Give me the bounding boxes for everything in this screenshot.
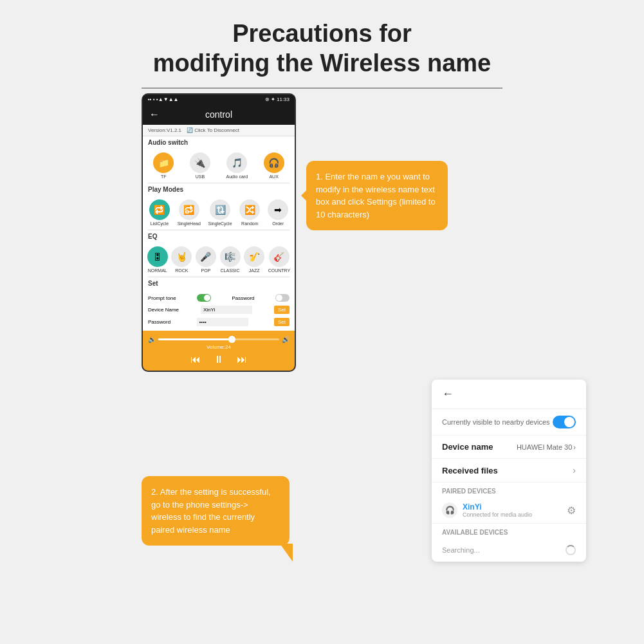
usb-icon-item[interactable]: 🔌 USB (190, 152, 210, 179)
set-label: Set (143, 277, 295, 290)
play-pause-button[interactable]: ⏸ (214, 354, 224, 365)
rock-eq-item[interactable]: 🤘 ROCK (171, 246, 192, 273)
country-eq-label: COUNTRY (268, 268, 290, 273)
password-input[interactable] (197, 318, 248, 326)
next-button[interactable]: ⏭ (237, 354, 247, 365)
phone-player: 🔉 🔊 Volume:24 ⏮ ⏸ ⏭ (143, 331, 295, 371)
paired-devices-title: PAIRED DEVICES (432, 483, 586, 497)
country-eq-icon: 🎸 (269, 246, 290, 267)
play-modes-row: 🔁 ListCycle 🔂 SingleHead 🔃 SingleCycle 🔀… (143, 196, 295, 230)
password-field-label: Password (148, 319, 170, 325)
prompt-tone-label: Prompt tone (148, 295, 176, 301)
received-files-row[interactable]: Received files › (432, 459, 586, 483)
player-controls: ⏮ ⏸ ⏭ (148, 354, 290, 365)
jazz-eq-label: JAZZ (249, 268, 260, 273)
title-section: Precautions for modifying the Wireless n… (0, 0, 644, 87)
audiocard-icon-item[interactable]: 🎵 Audio card (226, 152, 248, 179)
device-name-row: Device Name Set (148, 304, 290, 316)
title-divider (142, 87, 502, 89)
phone-version-bar: Version:V1.2.1 🔄 Click To Disconnect (143, 125, 295, 136)
jazz-eq-item[interactable]: 🎷 JAZZ (244, 246, 264, 273)
device-name-bold-row[interactable]: Device name HUAWEI Mate 30 › (432, 436, 586, 459)
aux-icon: 🎧 (264, 152, 284, 173)
jazz-eq-icon: 🎷 (244, 246, 264, 267)
aux-icon-item[interactable]: 🎧 AUX (264, 152, 284, 179)
eq-label: EQ (143, 230, 295, 243)
normal-eq-label: NORMAL (148, 268, 167, 273)
tf-label: TF (161, 174, 167, 179)
app-header-title: control (205, 109, 232, 120)
password-row: Password Set (148, 316, 290, 328)
rock-eq-icon: 🤘 (171, 246, 192, 267)
received-files-chevron: › (573, 465, 576, 475)
volume-bar[interactable] (158, 338, 279, 340)
singlehead-item[interactable]: 🔂 SingleHead (178, 199, 201, 226)
volume-fill (158, 338, 231, 340)
play-modes-label: Play Modes (143, 183, 295, 196)
order-item[interactable]: ➡ Order (268, 199, 288, 226)
settings-back-header[interactable]: ← (432, 380, 586, 409)
listcycle-item[interactable]: 🔁 ListCycle (149, 199, 170, 226)
classic-eq-icon: 🎼 (220, 246, 241, 267)
status-left: ▪▪ ▪ ▪▲▼▲▲ (148, 97, 178, 102)
device-name-label: Device Name (148, 307, 179, 313)
password-set-button[interactable]: Set (274, 318, 290, 326)
settings-mockup: ← Currently visible to nearby devices De… (432, 380, 586, 562)
order-label: Order (272, 221, 284, 226)
normal-eq-item[interactable]: 🎛 NORMAL (147, 246, 168, 273)
settings-gear-icon[interactable]: ⚙ (567, 504, 576, 517)
singlehead-icon: 🔂 (179, 199, 199, 220)
random-item[interactable]: 🔀 Random (239, 199, 260, 226)
page-container: Precautions for modifying the Wireless n… (0, 0, 644, 644)
classic-eq-item[interactable]: 🎼 CLASSIC (220, 246, 241, 273)
chevron-right-icon: › (573, 443, 576, 451)
volume-down-icon[interactable]: 🔉 (148, 336, 156, 343)
usb-label: USB (196, 174, 205, 179)
search-spinner (566, 545, 576, 555)
singlecycle-label: SingleCycle (208, 221, 232, 226)
volume-up-icon[interactable]: 🔊 (282, 336, 290, 343)
settings-back-icon[interactable]: ← (442, 387, 454, 400)
usb-icon: 🔌 (190, 152, 210, 173)
received-files-label: Received files (442, 466, 498, 475)
phone-mockup: ▪▪ ▪ ▪▲▼▲▲ ⊛ ✦ 11:33 ← control Version:V… (142, 93, 296, 372)
phone-header: ← control (143, 104, 295, 125)
volume-label: Volume:24 (148, 344, 290, 350)
visibility-label: Currently visible to nearby devices (442, 418, 550, 426)
searching-label: Searching... (442, 546, 480, 554)
available-devices-title: AVAILABLE DEVICES (432, 524, 586, 538)
page-title: Precautions for modifying the Wireless n… (142, 19, 502, 78)
password-toggle-label: Password (232, 295, 254, 301)
prompt-tone-toggle[interactable] (197, 294, 211, 302)
eq-row: 🎛 NORMAL 🤘 ROCK 🎤 POP 🎼 CLASSIC 🎷 (143, 243, 295, 277)
visibility-toggle[interactable] (553, 416, 576, 428)
pop-eq-item[interactable]: 🎤 POP (196, 246, 216, 273)
singlecycle-item[interactable]: 🔃 SingleCycle (208, 199, 232, 226)
tf-icon-item[interactable]: 📁 TF (153, 152, 174, 179)
paired-device-row[interactable]: 🎧 XinYi Connected for media audio ⚙ (432, 497, 586, 524)
password-toggle[interactable] (275, 294, 290, 302)
volume-dot (228, 336, 235, 343)
status-right: ⊛ ✦ 11:33 (265, 97, 290, 102)
device-name-set-button[interactable]: Set (274, 306, 290, 314)
settings-device-name-label: Device name (442, 442, 493, 452)
country-eq-item[interactable]: 🎸 COUNTRY (268, 246, 290, 273)
random-icon: 🔀 (239, 199, 260, 220)
classic-eq-label: CLASSIC (221, 268, 240, 273)
listcycle-label: ListCycle (151, 221, 169, 226)
back-arrow-icon[interactable]: ← (149, 109, 160, 120)
device-name-input[interactable] (201, 306, 252, 314)
disconnect-label[interactable]: 🔄 Click To Disconnect (187, 127, 239, 133)
singlecycle-icon: 🔃 (210, 199, 230, 220)
version-label: Version:V1.2.1 (148, 127, 181, 133)
prev-button[interactable]: ⏮ (190, 354, 201, 365)
audio-switch-label: Audio switch (143, 136, 295, 149)
phone-status-bar: ▪▪ ▪ ▪▲▼▲▲ ⊛ ✦ 11:33 (143, 95, 295, 104)
bubble1-text: 1. Enter the nam e you want to modify in… (316, 172, 436, 219)
prompt-tone-row: Prompt tone Password (148, 292, 290, 304)
order-icon: ➡ (268, 199, 288, 220)
tf-icon: 📁 (153, 152, 174, 173)
instruction-bubble-2: 2. After the setting is successful, go t… (142, 476, 290, 546)
paired-device-text: XinYi Connected for media audio (463, 502, 532, 518)
audiocard-icon: 🎵 (226, 152, 247, 173)
